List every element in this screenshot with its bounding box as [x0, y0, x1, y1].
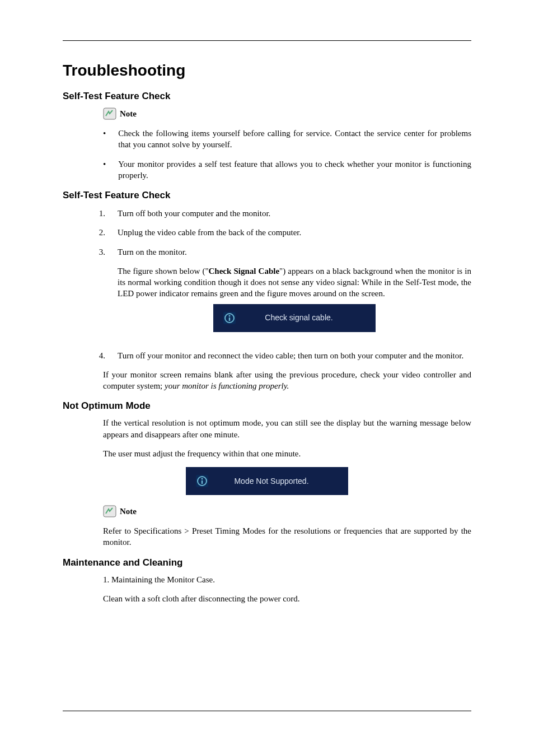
step-text: Turn off your monitor and reconnect the …	[118, 350, 471, 361]
page-title: Troubleshooting	[63, 62, 471, 80]
figure-text: Check signal cable.	[236, 312, 376, 323]
note-block-2: Note	[103, 505, 471, 517]
bullet-list-1: • Check the following items yourself bef…	[103, 128, 471, 181]
svg-point-3	[229, 315, 231, 316]
step-number: 1.	[93, 208, 118, 219]
step-number: 3.	[93, 246, 118, 342]
bottom-horizontal-rule	[63, 711, 471, 711]
bullet-marker: •	[103, 128, 106, 151]
step-para: The figure shown below ("Check Signal Ca…	[118, 265, 471, 300]
section-heading-maintenance: Maintenance and Cleaning	[63, 557, 471, 568]
svg-rect-4	[229, 318, 230, 321]
step-text: Unplug the video cable from the back of …	[118, 227, 471, 238]
paragraph: If the vertical resolution is not optimu…	[103, 417, 471, 440]
ordered-list: 1. Turn off both your computer and the m…	[93, 208, 471, 361]
step-text: Turn on the monitor.	[118, 246, 471, 258]
paragraph: 1. Maintaining the Monitor Case.	[103, 574, 471, 585]
bullet-item: • Your monitor provides a self test feat…	[103, 158, 471, 181]
bullet-text: Check the following items yourself befor…	[118, 128, 471, 151]
note-label-1: Note	[120, 109, 137, 119]
figure-check-signal-cable: Check signal cable.	[213, 304, 376, 332]
svg-point-7	[202, 478, 203, 480]
step-number: 4.	[93, 350, 118, 361]
paragraph: The user must adjust the frequency withi…	[103, 448, 471, 459]
step-item-3: 3. Turn on the monitor. The figure shown…	[93, 246, 471, 342]
closing-paragraph: If your monitor screen remains blank aft…	[103, 369, 471, 392]
step-number: 2.	[93, 227, 118, 238]
note-icon	[103, 505, 116, 517]
note-icon	[103, 108, 116, 120]
info-icon	[196, 475, 208, 487]
figure-mode-not-supported: Mode Not Supported.	[186, 467, 348, 495]
italic-text: your monitor is functioning properly.	[165, 381, 289, 390]
step-item-4: 4. Turn off your monitor and reconnect t…	[93, 350, 471, 361]
bullet-marker: •	[103, 158, 106, 181]
note-paragraph: Refer to Specifications > Preset Timing …	[103, 525, 471, 548]
step-item-2: 2. Unplug the video cable from the back …	[93, 227, 471, 238]
top-horizontal-rule	[63, 40, 471, 41]
document-content: Troubleshooting Self-Test Feature Check …	[63, 62, 471, 604]
section-heading-self-test-1: Self-Test Feature Check	[63, 91, 471, 102]
info-icon	[223, 312, 236, 324]
note-label-2: Note	[120, 507, 137, 516]
bullet-item: • Check the following items yourself bef…	[103, 128, 471, 151]
figure-text: Mode Not Supported.	[208, 477, 348, 486]
note-block-1: Note	[103, 108, 471, 120]
step-body: Turn on the monitor. The figure shown be…	[118, 246, 471, 342]
text-part: The figure shown below ("	[118, 267, 209, 276]
section-heading-self-test-2: Self-Test Feature Check	[63, 190, 471, 201]
section-heading-not-optimum: Not Optimum Mode	[63, 400, 471, 412]
step-item-1: 1. Turn off both your computer and the m…	[93, 208, 471, 219]
bullet-text: Your monitor provides a self test featur…	[118, 158, 471, 181]
step-text: Turn off both your computer and the moni…	[118, 208, 471, 219]
bold-text: Check Signal Cable	[209, 267, 280, 276]
paragraph: Clean with a soft cloth after disconnect…	[103, 593, 471, 604]
svg-rect-8	[202, 480, 203, 484]
